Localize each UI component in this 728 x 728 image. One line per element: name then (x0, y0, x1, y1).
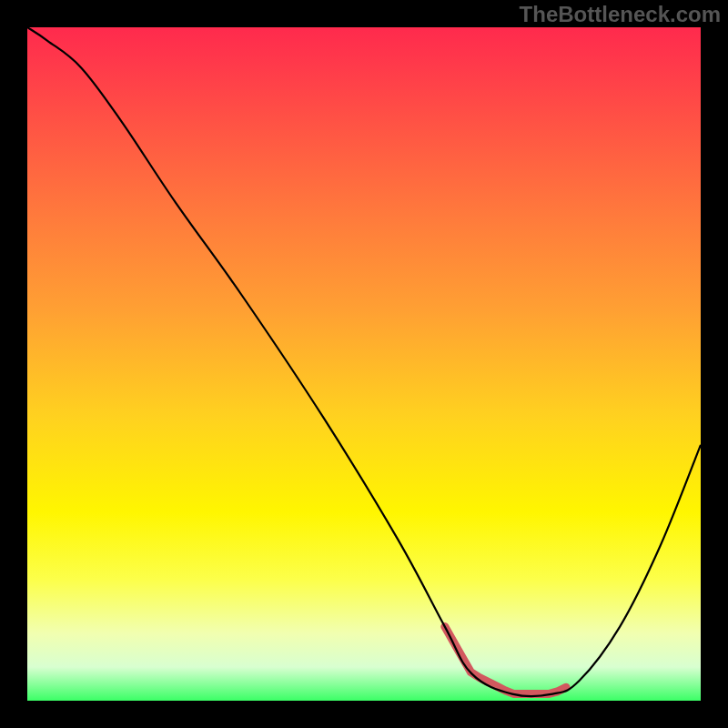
chart-svg (27, 27, 701, 701)
bottleneck-curve (27, 27, 701, 696)
watermark-text: TheBottleneck.com (520, 2, 721, 27)
optimal-range-highlight (445, 627, 566, 694)
chart-frame: TheBottleneck.com (0, 0, 728, 728)
plot-area (27, 27, 701, 701)
